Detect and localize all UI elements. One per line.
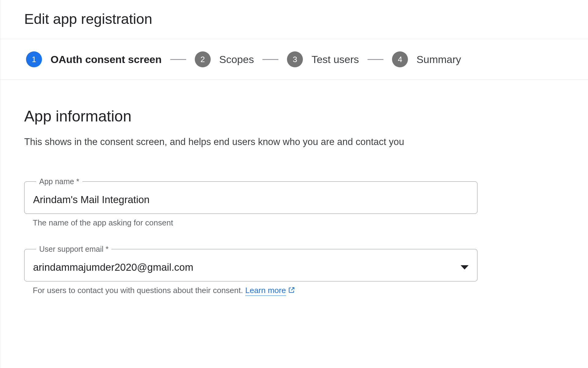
stepper: 1 OAuth consent screen 2 Scopes 3 Test u… bbox=[0, 39, 588, 80]
step-connector bbox=[170, 59, 186, 60]
step-scopes[interactable]: 2 Scopes bbox=[195, 51, 254, 67]
step-number-badge: 3 bbox=[287, 51, 303, 67]
app-name-input[interactable] bbox=[33, 194, 469, 206]
learn-more-link[interactable]: Learn more bbox=[245, 286, 286, 296]
support-email-label: User support email * bbox=[36, 245, 111, 254]
app-name-field-outline: App name * bbox=[24, 177, 477, 214]
content-area: App information This shows in the consen… bbox=[0, 80, 588, 296]
step-number-badge: 2 bbox=[195, 51, 211, 67]
app-registration-page: Edit app registration 1 OAuth consent sc… bbox=[0, 0, 588, 368]
support-email-value: arindammajumder2020@gmail.com bbox=[33, 262, 456, 273]
step-label: OAuth consent screen bbox=[51, 54, 162, 65]
section-description: This shows in the consent screen, and he… bbox=[24, 134, 477, 150]
step-summary[interactable]: 4 Summary bbox=[392, 51, 461, 67]
step-connector bbox=[262, 59, 278, 60]
step-number-badge: 1 bbox=[26, 51, 42, 67]
step-label: Test users bbox=[311, 54, 359, 65]
step-test-users[interactable]: 3 Test users bbox=[287, 51, 359, 67]
step-connector bbox=[368, 59, 383, 60]
support-email-helper: For users to contact you with questions … bbox=[24, 281, 588, 296]
chevron-down-icon bbox=[461, 265, 469, 269]
support-email-helper-text: For users to contact you with questions … bbox=[33, 286, 245, 295]
section-title: App information bbox=[24, 107, 588, 125]
step-label: Summary bbox=[417, 54, 461, 65]
support-email-field-outline: User support email * arindammajumder2020… bbox=[24, 245, 477, 281]
app-name-helper: The name of the app asking for consent bbox=[24, 214, 588, 228]
support-email-select[interactable]: arindammajumder2020@gmail.com bbox=[33, 254, 469, 281]
external-link-icon bbox=[288, 286, 295, 296]
step-oauth-consent[interactable]: 1 OAuth consent screen bbox=[26, 51, 162, 67]
page-header: Edit app registration bbox=[0, 0, 588, 39]
step-label: Scopes bbox=[219, 54, 254, 65]
app-name-label: App name * bbox=[36, 177, 82, 186]
step-number-badge: 4 bbox=[392, 51, 408, 67]
page-title: Edit app registration bbox=[24, 10, 588, 27]
